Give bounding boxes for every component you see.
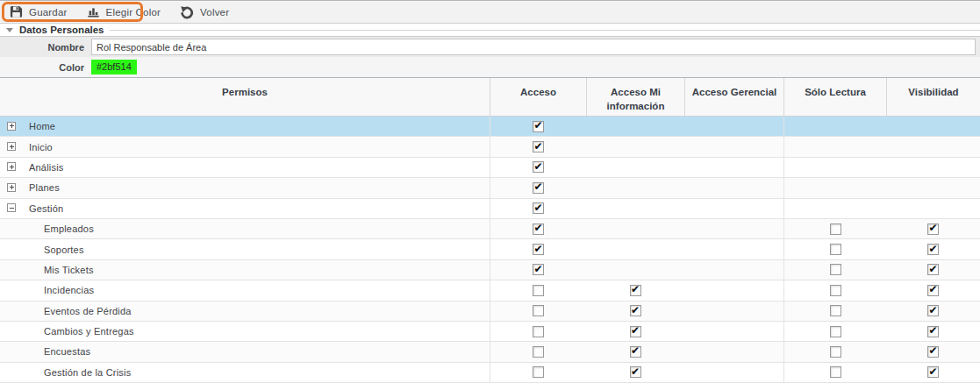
datos-personales-section-header: Datos Personales — [0, 24, 980, 37]
acceso-checkbox[interactable] — [533, 141, 544, 152]
acceso-checkbox[interactable] — [533, 326, 544, 337]
mi_informacion-cell — [586, 158, 684, 177]
section-divider-line — [110, 30, 980, 31]
gerencial-cell — [684, 219, 783, 238]
acceso-checkbox[interactable] — [533, 223, 544, 235]
mi_informacion-checkbox[interactable] — [630, 285, 641, 296]
table-row[interactable]: Gestión — [0, 199, 980, 219]
nombre-input[interactable] — [91, 39, 976, 55]
table-row[interactable]: Empleados — [0, 219, 980, 239]
table-row[interactable]: Encuestas — [0, 342, 980, 362]
table-row[interactable]: Cambios y Entregas — [0, 322, 980, 342]
solo_lectura-cell — [783, 280, 886, 300]
visibilidad-checkbox[interactable] — [927, 346, 939, 358]
elegir-color-button-label: Elegir Color — [106, 7, 161, 18]
gerencial-cell — [684, 342, 783, 361]
table-row[interactable]: Análisis — [0, 158, 980, 178]
color-swatch-input[interactable]: #2bf514 — [91, 60, 137, 74]
table-row[interactable]: Mis Tickets — [0, 260, 980, 280]
acceso-checkbox[interactable] — [533, 264, 544, 275]
acceso-cell — [490, 137, 586, 156]
solo_lectura-checkbox[interactable] — [830, 264, 841, 275]
mi_informacion-cell — [586, 117, 684, 136]
solo_lectura-cell — [783, 342, 886, 361]
acceso-checkbox[interactable] — [533, 285, 544, 296]
acceso-checkbox[interactable] — [533, 305, 544, 316]
collapse-icon[interactable] — [7, 203, 16, 212]
nombre-value-area — [91, 39, 980, 55]
visibilidad-checkbox[interactable] — [927, 366, 939, 378]
table-row[interactable]: Soportes — [0, 239, 980, 259]
visibilidad-cell — [886, 342, 980, 361]
visibilidad-checkbox[interactable] — [927, 223, 939, 235]
visibilidad-checkbox[interactable] — [927, 285, 939, 296]
solo_lectura-checkbox[interactable] — [830, 244, 841, 255]
visibilidad-cell — [886, 280, 980, 300]
solo_lectura-checkbox[interactable] — [830, 305, 841, 316]
table-row[interactable]: Inicio — [0, 137, 980, 157]
mi_informacion-checkbox[interactable] — [630, 326, 641, 337]
acceso-checkbox[interactable] — [533, 346, 544, 358]
solo_lectura-cell — [783, 137, 886, 156]
color-field-row: Color #2bf514 — [0, 57, 980, 77]
acceso-checkbox[interactable] — [533, 121, 544, 132]
gerencial-cell — [684, 117, 783, 136]
save-icon — [10, 5, 23, 18]
visibilidad-cell — [886, 301, 980, 321]
acceso-cell — [490, 178, 586, 197]
table-row[interactable]: Eventos de Pérdida — [0, 301, 980, 322]
mi_informacion-checkbox[interactable] — [630, 346, 641, 358]
acceso-checkbox[interactable] — [533, 182, 544, 194]
acceso-checkbox[interactable] — [533, 366, 544, 378]
column-header-solo-lectura: Sólo Lectura — [783, 78, 886, 116]
gerencial-cell — [684, 280, 783, 300]
mi_informacion-cell — [586, 260, 684, 280]
toolbar: Guardar Elegir Color Volver — [0, 0, 980, 24]
solo_lectura-cell — [783, 178, 886, 197]
acceso-checkbox[interactable] — [533, 161, 544, 173]
visibilidad-checkbox[interactable] — [927, 326, 939, 337]
solo_lectura-cell — [783, 199, 886, 218]
mi_informacion-checkbox[interactable] — [630, 366, 641, 378]
solo_lectura-checkbox[interactable] — [830, 285, 841, 296]
table-row[interactable]: Planes — [0, 178, 980, 198]
nombre-label: Nombre — [0, 42, 91, 53]
table-header-row: Permisos Acceso Acceso Mi información Ac… — [0, 77, 980, 117]
solo_lectura-checkbox[interactable] — [830, 366, 841, 378]
expand-icon[interactable] — [7, 162, 16, 171]
expand-icon[interactable] — [7, 183, 16, 192]
acceso-checkbox[interactable] — [533, 244, 544, 255]
permission-label: Eventos de Pérdida — [0, 306, 132, 316]
visibilidad-checkbox[interactable] — [927, 305, 939, 316]
solo_lectura-cell — [783, 363, 886, 382]
gerencial-cell — [684, 137, 783, 156]
acceso-checkbox[interactable] — [533, 202, 544, 214]
table-row[interactable]: Incidencias — [0, 280, 980, 301]
mi_informacion-checkbox[interactable] — [630, 305, 641, 316]
visibilidad-checkbox[interactable] — [927, 244, 939, 255]
elegir-color-button[interactable]: Elegir Color — [77, 1, 170, 23]
table-row[interactable]: Gestión de la Crisis — [0, 363, 980, 383]
table-row[interactable]: Home — [0, 117, 980, 137]
collapse-triangle-icon[interactable] — [6, 28, 13, 32]
guardar-button[interactable]: Guardar — [0, 1, 77, 23]
permission-label: Empleados — [0, 223, 94, 234]
solo_lectura-checkbox[interactable] — [830, 326, 841, 337]
solo_lectura-cell — [783, 158, 886, 177]
column-header-mi-informacion: Acceso Mi información — [586, 78, 684, 116]
permission-name-cell: Eventos de Pérdida — [0, 301, 490, 321]
visibilidad-cell — [886, 322, 980, 341]
solo_lectura-checkbox[interactable] — [830, 223, 841, 235]
column-header-acceso: Acceso — [490, 78, 586, 116]
visibilidad-checkbox[interactable] — [927, 264, 939, 275]
mi_informacion-cell — [586, 239, 684, 259]
expand-icon[interactable] — [7, 142, 16, 151]
visibilidad-cell — [886, 117, 980, 136]
acceso-cell — [490, 239, 586, 259]
visibilidad-cell — [886, 178, 980, 197]
permission-label: Soportes — [0, 245, 84, 255]
volver-button[interactable]: Volver — [170, 1, 239, 23]
solo_lectura-checkbox[interactable] — [830, 346, 841, 358]
section-title: Datos Personales — [19, 25, 104, 35]
expand-icon[interactable] — [7, 122, 16, 131]
